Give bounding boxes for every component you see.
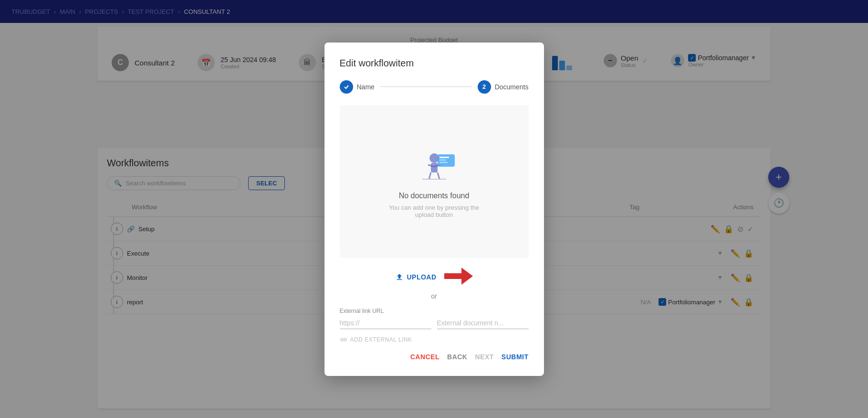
submit-button[interactable]: SUBMIT <box>502 353 529 361</box>
next-button: NEXT <box>475 353 493 361</box>
no-docs-illustration <box>408 145 460 188</box>
svg-marker-12 <box>444 268 473 285</box>
step-2: 2 Documents <box>478 80 529 94</box>
step-1: Name <box>340 80 375 94</box>
doc-name-input[interactable] <box>437 317 529 329</box>
no-docs-title: No documents found <box>399 192 470 200</box>
no-docs-subtitle: You can add one by pressing the upload b… <box>382 204 487 218</box>
cancel-button[interactable]: CANCEL <box>410 353 439 361</box>
or-divider: or <box>431 292 437 300</box>
add-external-link-label: ADD EXTERNAL LINK <box>350 336 412 343</box>
external-link-section: External link URL ADD EXTERNAL LINK <box>340 308 529 343</box>
svg-rect-10 <box>439 162 448 163</box>
step2-label: Documents <box>495 83 529 91</box>
svg-point-0 <box>344 84 349 90</box>
step2-circle: 2 <box>478 80 491 94</box>
upload-row: UPLOAD <box>395 268 472 287</box>
upload-button[interactable]: UPLOAD <box>395 273 436 281</box>
step1-circle <box>340 80 353 94</box>
svg-rect-2 <box>431 163 438 172</box>
step1-label: Name <box>357 83 375 91</box>
step-line <box>380 86 472 87</box>
modal-title: Edit workflowitem <box>340 58 529 69</box>
back-button[interactable]: BACK <box>447 353 467 361</box>
external-link-label: External link URL <box>340 308 529 314</box>
edit-workflowitem-modal: Edit workflowitem Name 2 Documents <box>324 43 544 376</box>
svg-line-5 <box>429 172 431 179</box>
upload-section: UPLOAD or <box>340 268 529 300</box>
svg-rect-9 <box>439 160 446 161</box>
url-input[interactable] <box>340 317 431 329</box>
svg-rect-8 <box>439 157 449 158</box>
upload-arrow-indicator <box>444 268 473 287</box>
modal-footer: CANCEL BACK NEXT SUBMIT <box>340 353 529 361</box>
svg-line-6 <box>438 172 439 179</box>
arrow-icon <box>444 268 473 285</box>
stepper: Name 2 Documents <box>340 80 529 94</box>
add-external-link-button[interactable]: ADD EXTERNAL LINK <box>340 336 529 343</box>
modal-backdrop: Edit workflowitem Name 2 Documents <box>0 0 868 418</box>
external-inputs <box>340 317 529 329</box>
documents-area: No documents found You can add one by pr… <box>340 105 529 258</box>
